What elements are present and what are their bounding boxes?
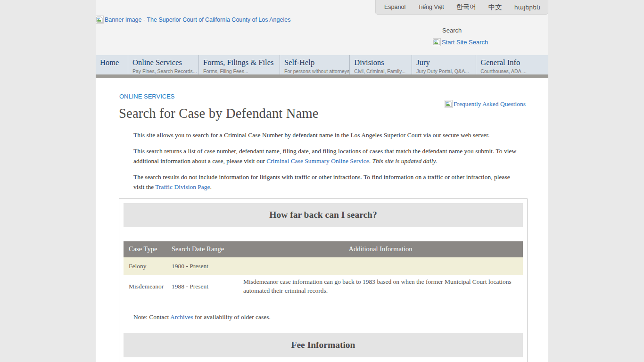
- nav-item-divisions[interactable]: Divisions Civil, Criminal, Family...: [349, 55, 412, 74]
- faq-link[interactable]: Frequently Asked Questions: [445, 100, 526, 108]
- nav-item-label: General Info: [480, 58, 549, 67]
- page-title: Search for Case by Defendant Name: [119, 106, 548, 121]
- nav-item-label: Forms, Filings & Files: [203, 58, 280, 67]
- case-table: Case Type Search Date Range Additional I…: [124, 241, 523, 298]
- nav-item-sublabel: Jury Duty Portal, Q&A...: [416, 68, 476, 74]
- page-column: Español Tiếng Việt 한국어 中文 հայերեն Banner…: [96, 0, 548, 362]
- intro-paragraph-3: The search results do not include inform…: [133, 173, 521, 192]
- nav-divider-strip: [96, 74, 548, 78]
- additional-info-cell: Misdemeanor case information can go back…: [238, 275, 523, 298]
- nav-item-label: Self-Help: [284, 58, 349, 67]
- nav-item-home[interactable]: Home: [96, 55, 128, 74]
- language-bar: Español Tiếng Việt 한국어 中文 հայերեն: [375, 0, 548, 15]
- criminal-case-summary-link[interactable]: Criminal Case Summary Online Service: [266, 157, 369, 165]
- nav-item-sublabel: Forms, Filing Fees...: [203, 68, 280, 74]
- nav-item-label: Online Services: [132, 58, 198, 67]
- table-header-row: Case Type Search Date Range Additional I…: [124, 241, 523, 257]
- broken-image-icon: [96, 16, 104, 24]
- intro-paragraph-2: This search returns a list of case numbe…: [133, 147, 521, 166]
- column-header-date-range: Search Date Range: [166, 241, 238, 257]
- broken-image-icon: [445, 100, 453, 108]
- case-type-cell: Felony: [124, 257, 166, 275]
- broken-image-icon: [433, 38, 441, 46]
- intro-text: This site allows you to search for a Cri…: [133, 131, 521, 192]
- search-area: Search Start Site Search: [433, 27, 488, 46]
- main-nav: Home Online Services Pay Fines, Search R…: [96, 55, 548, 78]
- info-panel: How far back can I search? Case Type Sea…: [119, 198, 528, 362]
- archives-link[interactable]: Archives: [170, 313, 193, 321]
- date-range-cell: 1988 - Present: [166, 275, 238, 298]
- breadcrumb-online-services[interactable]: ONLINE SERVICES: [119, 93, 175, 100]
- case-type-cell: Misdemeanor: [124, 275, 166, 298]
- archives-note: Note: Contact Archives for availability …: [133, 313, 523, 321]
- nav-item-label: Jury: [416, 58, 476, 67]
- table-row: Misdemeanor 1988 - Present Misdemeanor c…: [124, 275, 523, 298]
- nav-item-forms-filings-files[interactable]: Forms, Filings & Files Forms, Filing Fee…: [198, 55, 280, 74]
- language-link-spanish[interactable]: Español: [384, 4, 405, 10]
- fee-information-heading: Fee Information: [124, 333, 523, 357]
- language-link-chinese[interactable]: 中文: [488, 3, 502, 12]
- main-content: ONLINE SERVICES Frequently Asked Questio…: [96, 78, 548, 362]
- language-link-korean[interactable]: 한국어: [456, 3, 476, 11]
- nav-item-sublabel: Civil, Criminal, Family...: [354, 68, 412, 74]
- banner-alt-text: Banner Image - The Superior Court of Cal…: [105, 16, 290, 23]
- nav-item-label: Divisions: [354, 58, 412, 67]
- nav-item-sublabel: Courthouses, ADA ...: [480, 68, 549, 74]
- search-label: Search: [442, 27, 488, 34]
- start-site-search-label: Start Site Search: [442, 39, 488, 46]
- table-row: Felony 1980 - Present: [124, 257, 523, 275]
- nav-item-online-services[interactable]: Online Services Pay Fines, Search Record…: [128, 55, 198, 74]
- additional-info-cell: [238, 257, 523, 275]
- updated-daily-note: This site is updated daily.: [372, 157, 438, 165]
- language-link-armenian[interactable]: հայերեն: [514, 4, 540, 11]
- nav-item-general-info[interactable]: General Info Courthouses, ADA ...: [476, 55, 549, 74]
- faq-link-label: Frequently Asked Questions: [454, 100, 526, 108]
- column-header-case-type: Case Type: [124, 241, 166, 257]
- traffic-division-link[interactable]: Traffic Division Page: [155, 183, 210, 190]
- banner-link[interactable]: Banner Image - The Superior Court of Cal…: [96, 16, 290, 24]
- start-site-search-link[interactable]: Start Site Search: [433, 38, 488, 46]
- how-far-back-heading: How far back can I search?: [124, 203, 523, 227]
- column-header-additional-info: Additional Information: [238, 241, 523, 257]
- language-link-vietnamese[interactable]: Tiếng Việt: [418, 4, 444, 10]
- date-range-cell: 1980 - Present: [166, 257, 238, 275]
- nav-item-sublabel: Pay Fines, Search Records...: [132, 68, 198, 74]
- nav-item-self-help[interactable]: Self-Help For persons without attorneys: [280, 55, 349, 74]
- intro-paragraph-1: This site allows you to search for a Cri…: [133, 131, 521, 140]
- nav-item-jury[interactable]: Jury Jury Duty Portal, Q&A...: [412, 55, 476, 74]
- nav-item-label: Home: [100, 58, 128, 67]
- nav-item-sublabel: For persons without attorneys: [284, 68, 349, 74]
